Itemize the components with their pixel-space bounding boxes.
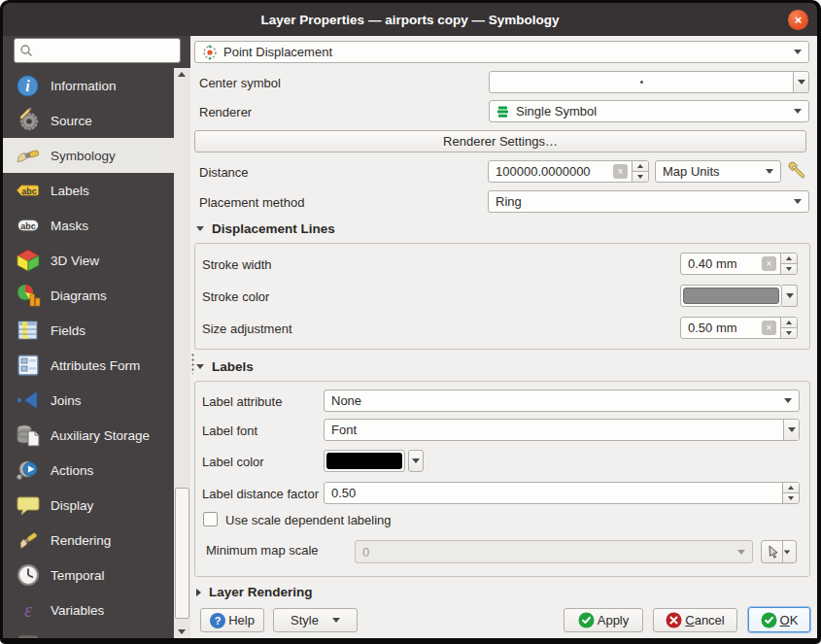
search-input[interactable] [33, 44, 159, 57]
renderer-combo[interactable]: Single Symbol [489, 100, 809, 122]
renderer-settings-label: Renderer Settings… [443, 134, 558, 149]
sidebar-item-fields[interactable]: Fields [3, 313, 174, 348]
label-color-label: Label color [202, 455, 264, 469]
sidebar-item-masks[interactable]: abcMasks [3, 208, 174, 243]
scrollbar-thumb[interactable] [175, 488, 189, 619]
collapsed-triangle-icon [196, 589, 201, 596]
label-distance-factor-spinner[interactable] [782, 483, 799, 503]
stroke-color-button[interactable] [680, 285, 782, 307]
sidebar-item-display[interactable]: Display [3, 488, 174, 523]
label-color-dropdown[interactable] [408, 450, 424, 472]
data-defined-override-icon[interactable] [785, 158, 810, 184]
sidebar-item-information[interactable]: iInformation [3, 68, 174, 103]
labels-title: Labels [212, 359, 254, 374]
clear-field-icon[interactable]: × [762, 321, 776, 335]
stroke-color-dropdown[interactable] [782, 285, 798, 307]
displacement-lines-title: Displacement Lines [212, 221, 335, 236]
apply-label: Apply [598, 613, 630, 627]
stroke-width-value: 0.40 mm [681, 256, 737, 271]
label-font-value: Font [331, 423, 357, 437]
size-adjustment-label: Size adjustment [202, 322, 292, 336]
sidebar-item-metadata[interactable]: Metadata [3, 627, 174, 638]
distance-spinner[interactable] [632, 161, 648, 182]
label-color-button[interactable] [324, 450, 405, 472]
sidebar-item-diagrams[interactable]: Diagrams [3, 278, 174, 313]
distance-units-value: Map Units [663, 164, 720, 179]
sidebar-item-label: Temporal [51, 568, 105, 583]
sidebar-item-actions[interactable]: Actions [3, 453, 174, 488]
splitter-handle[interactable] [191, 353, 194, 374]
map-scale-picker-icon [767, 545, 780, 559]
center-symbol-dropdown[interactable] [793, 72, 808, 92]
style-label: Style [291, 613, 319, 627]
3d-view-icon [15, 248, 41, 274]
chevron-down-icon [786, 293, 794, 298]
labels-icon: abc [15, 178, 41, 204]
renderer-type-value: Point Displacement [223, 45, 332, 59]
size-adjustment-spinner[interactable] [780, 318, 797, 338]
sidebar-item-label: Information [51, 79, 117, 93]
ok-button[interactable]: OK [748, 607, 810, 632]
clear-field-icon[interactable]: × [762, 256, 776, 271]
help-label: Help [228, 613, 255, 627]
label-distance-factor-spinbox[interactable]: 0.50 [324, 482, 800, 504]
sidebar-item-source[interactable]: Source [3, 103, 174, 138]
label-attribute-value: None [331, 393, 361, 408]
sidebar-item-3d-view[interactable]: 3D View [3, 243, 174, 278]
sidebar-scrollbar[interactable] [174, 68, 190, 638]
labels-header[interactable]: Labels [196, 359, 254, 374]
label-font-combo[interactable]: Font [324, 419, 800, 441]
search-box[interactable] [14, 38, 181, 63]
minimum-map-scale-value: 0 [362, 545, 369, 559]
label-distance-factor-label: Label distance factor [202, 487, 319, 501]
center-symbol-button[interactable] [489, 71, 809, 93]
sidebar-item-auxiliary-storage[interactable]: Auxiliary Storage [3, 418, 174, 453]
clear-field-icon[interactable]: × [613, 164, 628, 179]
renderer-type-combo[interactable]: Point Displacement [194, 41, 809, 63]
sidebar-item-label: Joins [51, 393, 82, 408]
sidebar-item-label: Fields [51, 323, 86, 338]
chevron-down-icon [794, 50, 802, 54]
renderer-label: Renderer [199, 105, 252, 119]
sidebar-item-temporal[interactable]: Temporal [3, 558, 174, 593]
style-button[interactable]: Style [273, 608, 358, 632]
layer-properties-dialog: Layer Properties — airports copy — Symbo… [0, 0, 821, 644]
variables-icon: ε [15, 597, 41, 624]
display-icon [15, 492, 41, 519]
cancel-button[interactable]: Cancel [653, 608, 737, 632]
scale-dependent-checkbox[interactable] [203, 512, 218, 526]
stroke-width-spinbox[interactable]: 0.40 mm × [680, 253, 798, 275]
close-button[interactable]: × [788, 10, 808, 30]
sidebar-item-label: Labels [51, 184, 89, 198]
apply-check-icon [578, 612, 595, 628]
sidebar-item-symbology[interactable]: Symbology [3, 138, 174, 173]
set-to-current-scale-button[interactable] [761, 540, 797, 563]
scrollbar-up-icon[interactable] [178, 72, 186, 77]
displacement-lines-header[interactable]: Displacement Lines [196, 221, 335, 236]
distance-spinbox[interactable]: 100000.0000000 × [488, 160, 649, 183]
auxiliary-storage-icon [15, 423, 41, 449]
distance-units-combo[interactable]: Map Units [655, 160, 781, 183]
placement-method-label: Placement method [199, 195, 304, 210]
minimum-map-scale-input[interactable]: 0 [355, 540, 753, 563]
size-adjustment-spinbox[interactable]: 0.50 mm × [680, 317, 798, 339]
title-bar[interactable]: Layer Properties — airports copy — Symbo… [3, 3, 817, 36]
sidebar-item-variables[interactable]: εVariables [3, 593, 174, 627]
apply-button[interactable]: Apply [564, 608, 643, 632]
sidebar-item-labels[interactable]: abcLabels [3, 173, 174, 208]
scrollbar-down-icon[interactable] [178, 629, 186, 634]
renderer-settings-button[interactable]: Renderer Settings… [194, 130, 806, 153]
sidebar-item-attributes-form[interactable]: Attributes Form [3, 348, 174, 383]
stroke-width-spinner[interactable] [780, 254, 797, 274]
sidebar: iInformationSourceSymbologyabcLabelsabcM… [3, 36, 190, 638]
placement-method-combo[interactable]: Ring [488, 190, 809, 213]
sidebar-item-rendering[interactable]: Rendering [3, 523, 174, 558]
label-font-dropdown[interactable] [783, 420, 799, 440]
sidebar-item-joins[interactable]: Joins [3, 383, 174, 418]
layer-rendering-header[interactable]: Layer Rendering [196, 585, 313, 599]
search-icon [19, 44, 33, 57]
collapse-triangle-icon [196, 364, 204, 369]
label-attribute-combo[interactable]: None [324, 390, 800, 412]
help-button[interactable]: ? Help [200, 608, 264, 632]
chevron-down-icon [798, 80, 805, 85]
